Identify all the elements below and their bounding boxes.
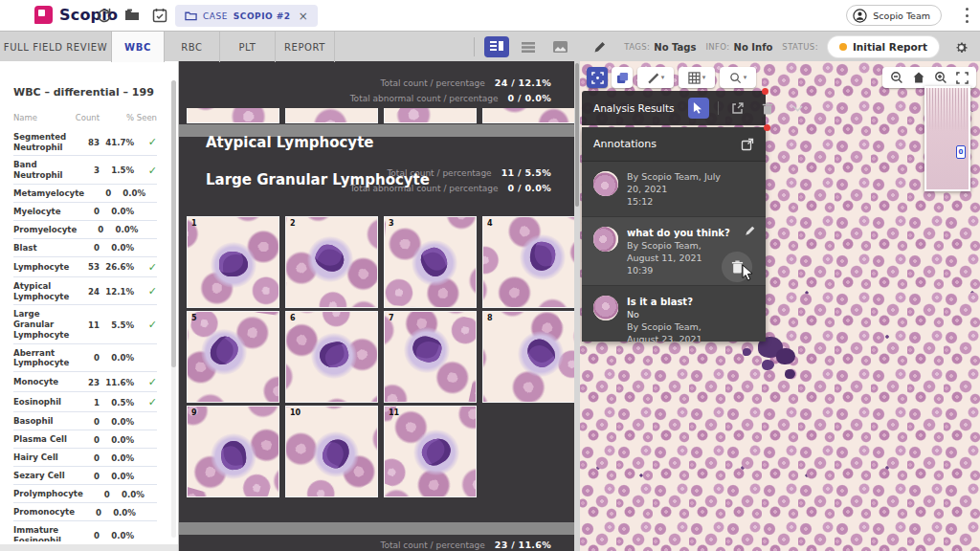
sync-icon[interactable] — [96, 7, 113, 24]
table-row[interactable]: Atypical Lymphocyte2412.1%✓ — [13, 277, 157, 305]
cell-thumbnail[interactable]: 8 — [482, 311, 575, 403]
tab-rbc[interactable]: RBC — [165, 32, 220, 62]
table-row[interactable]: Plasma Cell00.0% — [13, 430, 157, 449]
fullscreen-icon[interactable] — [956, 72, 969, 84]
view-mode-split-button[interactable] — [484, 36, 509, 57]
table-row[interactable]: Promyelocyte00.0% — [13, 221, 157, 239]
info-value[interactable]: No Info — [734, 42, 773, 53]
cell-number-label: 7 — [389, 314, 394, 322]
stat-label: Total count / percentage — [380, 78, 484, 88]
cell-number-label: 2 — [290, 219, 296, 228]
sidebar-horizontal-scrollbar[interactable] — [0, 544, 178, 551]
settings-gear-icon[interactable] — [954, 40, 969, 55]
table-row[interactable]: Band Neutrophil31.5%✓ — [13, 156, 157, 184]
cell-thumbnail-partial[interactable] — [384, 108, 477, 123]
scopio-logo-icon — [34, 6, 53, 24]
cell-thumbnail[interactable]: 6 — [285, 311, 378, 403]
status-dot-icon — [839, 43, 847, 51]
cell-thumbnail[interactable]: 4 — [482, 216, 575, 308]
status-badge[interactable]: Initial Report — [828, 36, 939, 57]
minimap-viewport-indicator[interactable]: 0 — [956, 145, 966, 159]
table-row[interactable]: Eosinophil10.5%✓ — [13, 392, 157, 412]
table-row[interactable]: Sezary Cell00.0% — [13, 467, 157, 485]
annotation-layers-button[interactable] — [612, 67, 633, 88]
tab-wbc[interactable]: WBC — [112, 32, 165, 62]
focus-region-button[interactable] — [587, 67, 608, 88]
cases-folder-icon[interactable] — [123, 7, 141, 24]
collapse-chevron-icon[interactable] — [792, 105, 803, 112]
table-row[interactable]: Hairy Cell00.0% — [13, 449, 157, 467]
cell-thumbnail[interactable]: 9 — [187, 406, 279, 497]
cell-percentage: 11.6% — [100, 378, 134, 387]
zoom-out-icon[interactable] — [890, 71, 903, 84]
lymphocyte-nucleus — [219, 252, 248, 276]
cell-thumbnail[interactable]: 7 — [384, 311, 477, 403]
notification-dot — [762, 88, 768, 95]
zoom-in-icon[interactable] — [934, 71, 947, 84]
cell-thumbnail[interactable]: 2 — [285, 216, 378, 308]
tab-full-field-review[interactable]: FULL FIELD REVIEW — [0, 32, 112, 62]
table-row[interactable]: Segmented Neutrophil8341.7%✓ — [13, 128, 157, 156]
table-row[interactable]: Basophil00.0% — [13, 412, 157, 430]
cell-thumbnail[interactable]: 1 — [187, 216, 279, 308]
tab-plt[interactable]: PLT — [220, 32, 276, 62]
cell-count: 53 — [75, 262, 100, 272]
cell-number-label: 11 — [389, 408, 399, 417]
sidebar-scrollbar[interactable] — [171, 80, 176, 538]
home-icon[interactable] — [912, 71, 925, 84]
table-row[interactable]: Lymphocyte5326.6%✓ — [13, 257, 157, 277]
table-row[interactable]: Blast00.0% — [13, 239, 157, 257]
table-row[interactable]: Monocyte2311.6%✓ — [13, 372, 157, 392]
case-tab[interactable]: CASE SCOPIO #2 × — [175, 5, 318, 27]
open-in-new-icon[interactable] — [741, 138, 754, 151]
edit-annotation-icon[interactable] — [745, 225, 756, 236]
gallery-scrollbar[interactable] — [574, 61, 580, 551]
user-account-button[interactable]: Scopio Team — [846, 5, 942, 26]
case-tab-prefix: CASE — [203, 11, 228, 21]
seen-check-icon: ✓ — [134, 319, 157, 331]
annotation-avatar — [593, 171, 618, 196]
more-menu-icon[interactable] — [965, 8, 969, 23]
export-region-button[interactable] — [727, 98, 748, 119]
cell-thumbnail-partial[interactable] — [187, 108, 279, 123]
table-row[interactable]: Aberrant Lymphocyte00.0% — [13, 344, 157, 372]
slide-viewer[interactable]: ▾ ▾ ▾ 0 Analysis Results — [580, 61, 980, 551]
calendar-check-icon[interactable] — [151, 7, 168, 24]
cell-percentage: 0.0% — [101, 508, 136, 518]
cell-count: 0 — [75, 243, 100, 253]
annotation-item[interactable]: By Scopio Team, July 20, 202115:12 — [582, 162, 766, 217]
table-row[interactable]: Myelocyte00.0% — [13, 203, 157, 221]
cell-thumbnail[interactable]: 11 — [384, 406, 477, 497]
table-row[interactable]: Prolymphocyte00.0% — [13, 485, 157, 503]
grid-tool-button[interactable]: ▾ — [679, 67, 715, 88]
tags-label: TAGS: — [624, 42, 650, 52]
case-tab-close-icon[interactable]: × — [299, 10, 308, 23]
cell-thumbnail-partial[interactable] — [285, 108, 378, 123]
cell-count: 0 — [75, 472, 100, 481]
slide-minimap[interactable]: 0 — [924, 86, 970, 191]
table-row[interactable]: Promonocyte00.0% — [13, 503, 157, 521]
view-mode-list-button[interactable] — [516, 36, 541, 57]
measure-tool-button[interactable]: ▾ — [637, 67, 674, 88]
annotation-avatar — [593, 227, 618, 252]
cell-thumbnail-partial[interactable] — [482, 108, 575, 123]
table-row[interactable]: Immature Eosinophil00.0% — [13, 521, 157, 541]
tags-value[interactable]: No Tags — [654, 42, 696, 53]
annotation-item[interactable]: Is it a blast?NoBy Scopio Team, August 2… — [582, 286, 766, 342]
cell-thumbnail[interactable]: 3 — [384, 216, 477, 308]
cell-thumbnail[interactable]: 10 — [285, 406, 378, 497]
tab-report[interactable]: REPORT — [276, 32, 335, 62]
cell-type-name: Basophil — [13, 416, 75, 427]
cell-thumbnail[interactable]: 5 — [187, 311, 279, 403]
delete-button[interactable] — [757, 98, 778, 119]
select-cursor-button[interactable] — [688, 98, 709, 119]
magnify-region-button[interactable]: ▾ — [720, 67, 756, 88]
section-stat-line: Total count / percentage23 / 11.6% — [380, 538, 551, 551]
edit-pencil-icon[interactable] — [593, 40, 607, 54]
column-header-name: Name — [13, 113, 75, 122]
table-row[interactable]: Metamyelocyte00.0% — [13, 185, 157, 203]
table-row[interactable]: Large Granular Lymphocyte115.5%✓ — [13, 305, 157, 343]
annotation-item[interactable]: what do you think?By Scopio Team, August… — [582, 217, 766, 286]
view-mode-image-button[interactable] — [547, 36, 572, 57]
cell-count: 0 — [75, 435, 100, 445]
